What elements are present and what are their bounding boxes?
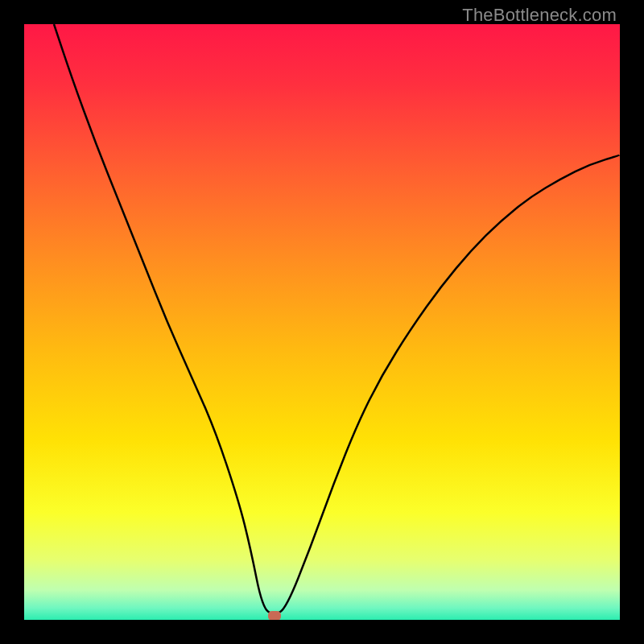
optimum-marker — [268, 611, 281, 620]
plot-area — [24, 24, 620, 620]
chart-frame: TheBottleneck.com — [0, 0, 644, 644]
bottleneck-curve — [24, 24, 620, 620]
watermark-text: TheBottleneck.com — [462, 5, 617, 26]
